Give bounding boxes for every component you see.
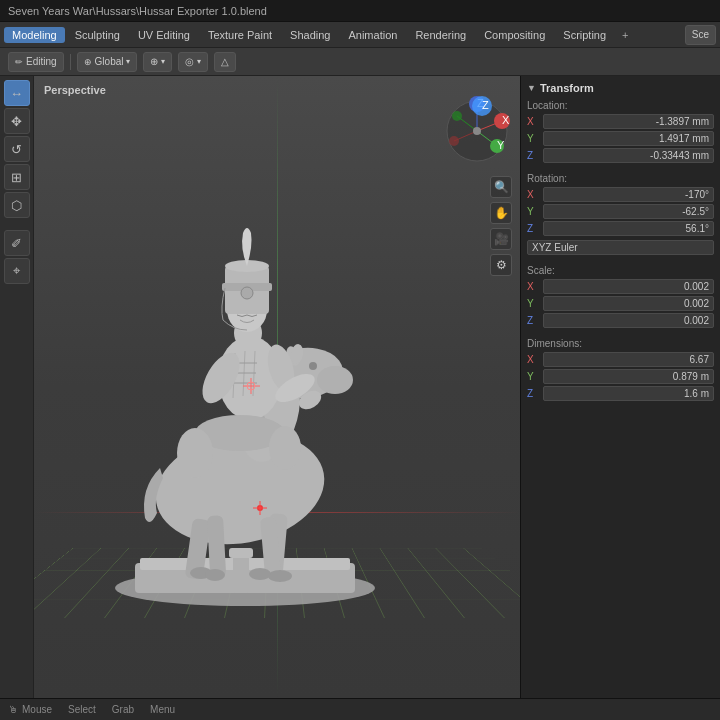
proportional-btn[interactable]: ◎ ▾	[178, 52, 208, 72]
scale-group: Scale: X 0.002 Y 0.002 Z 0.002	[527, 265, 714, 328]
rotation-z-value[interactable]: 56.1°	[543, 221, 714, 236]
scale-y-axis: Y	[527, 298, 541, 309]
dimensions-group: Dimensions: X 6.67 Y 0.879 m Z 1.6 m	[527, 338, 714, 401]
location-y-value[interactable]: 1.4917 mm	[543, 131, 714, 146]
menu-compositing[interactable]: Compositing	[476, 27, 553, 43]
3d-viewport[interactable]: X Y Z Z 🔍	[34, 76, 520, 698]
select-status: Select	[68, 704, 96, 715]
location-z-axis: Z	[527, 150, 541, 161]
location-z-row: Z -0.33443 mm	[527, 148, 714, 163]
dimensions-y-row: Y 0.879 m	[527, 369, 714, 384]
model-svg	[85, 158, 405, 618]
location-x-row: X -1.3897 mm	[527, 114, 714, 129]
location-label: Location:	[527, 100, 714, 111]
viewport-perspective-label: Perspective	[44, 84, 106, 96]
svg-point-61	[452, 111, 462, 121]
camera-view-btn[interactable]: 🎥	[490, 228, 512, 250]
rotation-mode-container: XYZ Euler	[527, 240, 714, 255]
dimensions-y-value[interactable]: 0.879 m	[543, 369, 714, 384]
svg-point-36	[241, 287, 253, 299]
move-tool-btn[interactable]: ✥	[4, 108, 30, 134]
mouse-label: Mouse	[22, 704, 52, 715]
menu-scripting[interactable]: Scripting	[555, 27, 614, 43]
rotate-tool-btn[interactable]: ↺	[4, 136, 30, 162]
svg-point-17	[205, 569, 225, 581]
snap-btn[interactable]: ⊕ ▾	[143, 52, 172, 72]
location-y-axis: Y	[527, 133, 541, 144]
editing-mode-btn[interactable]: ✏ Editing	[8, 52, 64, 72]
rotation-y-value[interactable]: -62.5°	[543, 204, 714, 219]
scale-y-row: Y 0.002	[527, 296, 714, 311]
toolbar: ✏ Editing ⊕ Global ▾ ⊕ ▾ ◎ ▾ △	[0, 48, 720, 76]
svg-point-39	[269, 426, 301, 470]
extra-options-btn[interactable]: △	[214, 52, 236, 72]
rotation-mode-label: XYZ Euler	[532, 242, 578, 253]
viewport-overlay: Perspective	[44, 84, 106, 96]
rotation-z-row: Z 56.1°	[527, 221, 714, 236]
dimensions-z-axis: Z	[527, 388, 541, 399]
svg-point-15	[249, 568, 271, 580]
dimensions-x-value[interactable]: 6.67	[543, 352, 714, 367]
grab-status: Grab	[112, 704, 134, 715]
measure-tool-btn[interactable]: ⌖	[4, 258, 30, 284]
zoom-viewport-btn[interactable]: 🔍	[490, 176, 512, 198]
svg-text:Y: Y	[497, 139, 505, 151]
scale-x-value[interactable]: 0.002	[543, 279, 714, 294]
scale-y-value[interactable]: 0.002	[543, 296, 714, 311]
svg-text:Z: Z	[482, 99, 489, 111]
viewport-right-icons: 🔍 ✋ 🎥 ⚙	[490, 176, 512, 276]
mouse-status: 🖱 Mouse	[8, 704, 52, 715]
transform-tool-btn[interactable]: ⬡	[4, 192, 30, 218]
select-label: Select	[68, 704, 96, 715]
scale-label: Scale:	[527, 265, 714, 276]
viewport-settings-btn[interactable]: ⚙	[490, 254, 512, 276]
menu-label: Menu	[150, 704, 175, 715]
menu-texture-paint[interactable]: Texture Paint	[200, 27, 280, 43]
toolbar-sep-1	[70, 54, 71, 70]
menu-modeling[interactable]: Modeling	[4, 27, 65, 43]
menu-sculpting[interactable]: Sculpting	[67, 27, 128, 43]
extra-options-icon: △	[221, 56, 229, 67]
transform-section-header[interactable]: ▼ Transform	[527, 82, 714, 94]
svg-text:X: X	[502, 114, 510, 126]
svg-point-59	[449, 136, 459, 146]
svg-rect-40	[233, 553, 249, 593]
left-toolbar: ↔ ✥ ↺ ⊞ ⬡ ✐ ⌖	[0, 76, 34, 698]
dimensions-x-axis: X	[527, 354, 541, 365]
transform-orientation-btn[interactable]: ⊕ Global ▾	[77, 52, 138, 72]
scale-z-value[interactable]: 0.002	[543, 313, 714, 328]
menu-shading[interactable]: Shading	[282, 27, 338, 43]
scale-tool-btn[interactable]: ⊞	[4, 164, 30, 190]
pan-viewport-btn[interactable]: ✋	[490, 202, 512, 224]
location-z-value[interactable]: -0.33443 mm	[543, 148, 714, 163]
dimensions-z-value[interactable]: 1.6 m	[543, 386, 714, 401]
cursor-tool-btn[interactable]: ↔	[4, 80, 30, 106]
nav-gizmo[interactable]: X Y Z Z	[442, 96, 512, 166]
scale-x-axis: X	[527, 281, 541, 292]
rotation-x-value[interactable]: -170°	[543, 187, 714, 202]
dimensions-x-row: X 6.67	[527, 352, 714, 367]
rotation-y-row: Y -62.5°	[527, 204, 714, 219]
transform-orientation-label: Global	[95, 56, 124, 67]
proportional-icon: ◎	[185, 56, 194, 67]
svg-rect-41	[229, 548, 253, 558]
properties-panel: ▼ Transform Location: X -1.3897 mm Y 1.4…	[520, 76, 720, 698]
annotate-tool-btn[interactable]: ✐	[4, 230, 30, 256]
menu-rendering[interactable]: Rendering	[407, 27, 474, 43]
rotation-mode-dropdown[interactable]: XYZ Euler	[527, 240, 714, 255]
svg-point-62	[473, 127, 481, 135]
rotation-group: Rotation: X -170° Y -62.5° Z 56.1° XYZ E…	[527, 173, 714, 255]
scale-z-axis: Z	[527, 315, 541, 326]
transform-arrow-icon: ▼	[527, 83, 536, 93]
rotation-y-axis: Y	[527, 206, 541, 217]
menu-bar: Modeling Sculpting UV Editing Texture Pa…	[0, 22, 720, 48]
rotation-x-row: X -170°	[527, 187, 714, 202]
header-view-btn[interactable]: Sce	[685, 25, 716, 45]
transform-section-title: Transform	[540, 82, 594, 94]
dimensions-label: Dimensions:	[527, 338, 714, 349]
menu-uv-editing[interactable]: UV Editing	[130, 27, 198, 43]
status-bar: 🖱 Mouse Select Grab Menu	[0, 698, 720, 720]
menu-animation[interactable]: Animation	[340, 27, 405, 43]
location-x-value[interactable]: -1.3897 mm	[543, 114, 714, 129]
menu-add-tab[interactable]: +	[616, 27, 634, 43]
